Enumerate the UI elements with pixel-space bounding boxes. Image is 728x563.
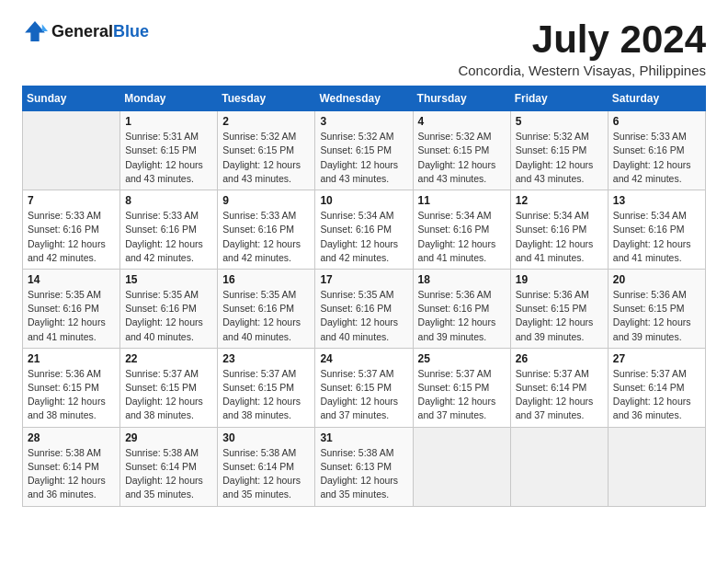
day-info: Sunrise: 5:33 AMSunset: 6:16 PMDaylight:…	[222, 209, 310, 265]
col-header-sunday: Sunday	[23, 86, 120, 111]
month-title: July 2024	[458, 18, 706, 61]
day-info: Sunrise: 5:34 AMSunset: 6:16 PMDaylight:…	[516, 209, 603, 265]
day-number: 2	[222, 115, 310, 128]
day-info: Sunrise: 5:35 AMSunset: 6:16 PMDaylight:…	[125, 288, 212, 344]
calendar-cell: 15Sunrise: 5:35 AMSunset: 6:16 PMDayligh…	[120, 269, 218, 348]
day-number: 20	[613, 273, 700, 286]
day-number: 15	[125, 273, 212, 286]
day-number: 5	[516, 115, 603, 128]
day-info: Sunrise: 5:38 AMSunset: 6:14 PMDaylight:…	[222, 446, 310, 502]
day-number: 12	[516, 194, 603, 207]
day-number: 13	[613, 194, 700, 207]
day-info: Sunrise: 5:36 AMSunset: 6:16 PMDaylight:…	[418, 288, 506, 344]
calendar-cell	[510, 427, 608, 506]
calendar-cell: 22Sunrise: 5:37 AMSunset: 6:15 PMDayligh…	[120, 348, 218, 427]
day-number: 17	[320, 273, 407, 286]
day-info: Sunrise: 5:38 AMSunset: 6:14 PMDaylight:…	[28, 446, 115, 502]
day-info: Sunrise: 5:35 AMSunset: 6:16 PMDaylight:…	[320, 288, 407, 344]
calendar-cell: 26Sunrise: 5:37 AMSunset: 6:14 PMDayligh…	[510, 348, 608, 427]
calendar-cell	[413, 427, 510, 506]
day-number: 25	[418, 352, 506, 365]
day-info: Sunrise: 5:36 AMSunset: 6:15 PMDaylight:…	[516, 288, 603, 344]
calendar-cell: 13Sunrise: 5:34 AMSunset: 6:16 PMDayligh…	[608, 190, 705, 270]
svg-marker-1	[42, 24, 48, 31]
col-header-monday: Monday	[120, 86, 218, 111]
day-number: 24	[320, 352, 407, 365]
day-number: 14	[28, 273, 115, 286]
calendar-cell: 28Sunrise: 5:38 AMSunset: 6:14 PMDayligh…	[23, 427, 120, 506]
day-info: Sunrise: 5:37 AMSunset: 6:15 PMDaylight:…	[418, 367, 506, 423]
logo-icon	[22, 18, 48, 44]
day-info: Sunrise: 5:32 AMSunset: 6:15 PMDaylight:…	[320, 130, 407, 186]
day-number: 26	[516, 352, 603, 365]
day-info: Sunrise: 5:32 AMSunset: 6:15 PMDaylight:…	[418, 130, 506, 186]
calendar-cell: 24Sunrise: 5:37 AMSunset: 6:15 PMDayligh…	[315, 348, 413, 427]
day-info: Sunrise: 5:37 AMSunset: 6:15 PMDaylight:…	[125, 367, 212, 423]
calendar-week-row: 7Sunrise: 5:33 AMSunset: 6:16 PMDaylight…	[23, 190, 706, 270]
calendar-cell: 1Sunrise: 5:31 AMSunset: 6:15 PMDaylight…	[120, 111, 218, 190]
day-number: 31	[320, 431, 407, 444]
day-info: Sunrise: 5:33 AMSunset: 6:16 PMDaylight:…	[613, 130, 700, 186]
day-info: Sunrise: 5:37 AMSunset: 6:14 PMDaylight:…	[516, 367, 603, 423]
calendar-cell: 27Sunrise: 5:37 AMSunset: 6:14 PMDayligh…	[608, 348, 705, 427]
day-info: Sunrise: 5:32 AMSunset: 6:15 PMDaylight:…	[222, 130, 310, 186]
day-info: Sunrise: 5:37 AMSunset: 6:15 PMDaylight:…	[320, 367, 407, 423]
day-info: Sunrise: 5:37 AMSunset: 6:14 PMDaylight:…	[613, 367, 700, 423]
calendar-cell: 4Sunrise: 5:32 AMSunset: 6:15 PMDaylight…	[413, 111, 510, 190]
calendar-cell: 17Sunrise: 5:35 AMSunset: 6:16 PMDayligh…	[315, 269, 413, 348]
calendar-cell: 18Sunrise: 5:36 AMSunset: 6:16 PMDayligh…	[413, 269, 510, 348]
day-number: 4	[418, 115, 506, 128]
day-info: Sunrise: 5:34 AMSunset: 6:16 PMDaylight:…	[418, 209, 506, 265]
calendar-week-row: 28Sunrise: 5:38 AMSunset: 6:14 PMDayligh…	[23, 427, 706, 506]
day-info: Sunrise: 5:36 AMSunset: 6:15 PMDaylight:…	[28, 367, 115, 423]
day-info: Sunrise: 5:33 AMSunset: 6:16 PMDaylight:…	[125, 209, 212, 265]
calendar-cell: 5Sunrise: 5:32 AMSunset: 6:15 PMDaylight…	[510, 111, 608, 190]
day-number: 11	[418, 194, 506, 207]
logo: GeneralBlue	[22, 18, 149, 44]
calendar-cell: 7Sunrise: 5:33 AMSunset: 6:16 PMDaylight…	[23, 190, 120, 270]
calendar-week-row: 21Sunrise: 5:36 AMSunset: 6:15 PMDayligh…	[23, 348, 706, 427]
calendar-cell: 10Sunrise: 5:34 AMSunset: 6:16 PMDayligh…	[315, 190, 413, 270]
day-info: Sunrise: 5:36 AMSunset: 6:15 PMDaylight:…	[613, 288, 700, 344]
calendar-cell: 20Sunrise: 5:36 AMSunset: 6:15 PMDayligh…	[608, 269, 705, 348]
day-number: 19	[516, 273, 603, 286]
day-info: Sunrise: 5:38 AMSunset: 6:14 PMDaylight:…	[125, 446, 212, 502]
day-number: 22	[125, 352, 212, 365]
calendar-cell: 30Sunrise: 5:38 AMSunset: 6:14 PMDayligh…	[218, 427, 315, 506]
day-info: Sunrise: 5:38 AMSunset: 6:13 PMDaylight:…	[320, 446, 407, 502]
calendar-cell: 23Sunrise: 5:37 AMSunset: 6:15 PMDayligh…	[218, 348, 315, 427]
logo-text-blue: Blue	[113, 22, 149, 40]
day-number: 1	[125, 115, 212, 128]
calendar-header-row: SundayMondayTuesdayWednesdayThursdayFrid…	[23, 86, 706, 111]
day-number: 10	[320, 194, 407, 207]
day-info: Sunrise: 5:31 AMSunset: 6:15 PMDaylight:…	[125, 130, 212, 186]
calendar-cell: 19Sunrise: 5:36 AMSunset: 6:15 PMDayligh…	[510, 269, 608, 348]
day-number: 8	[125, 194, 212, 207]
day-number: 28	[28, 431, 115, 444]
day-number: 16	[222, 273, 310, 286]
day-info: Sunrise: 5:34 AMSunset: 6:16 PMDaylight:…	[613, 209, 700, 265]
day-number: 30	[222, 431, 310, 444]
col-header-wednesday: Wednesday	[315, 86, 413, 111]
calendar-cell	[608, 427, 705, 506]
col-header-thursday: Thursday	[413, 86, 510, 111]
col-header-saturday: Saturday	[608, 86, 705, 111]
calendar-cell: 16Sunrise: 5:35 AMSunset: 6:16 PMDayligh…	[218, 269, 315, 348]
calendar-cell: 9Sunrise: 5:33 AMSunset: 6:16 PMDaylight…	[218, 190, 315, 270]
calendar-cell: 25Sunrise: 5:37 AMSunset: 6:15 PMDayligh…	[413, 348, 510, 427]
logo-text-general: General	[51, 22, 113, 40]
calendar-cell: 14Sunrise: 5:35 AMSunset: 6:16 PMDayligh…	[23, 269, 120, 348]
calendar-cell: 21Sunrise: 5:36 AMSunset: 6:15 PMDayligh…	[23, 348, 120, 427]
day-number: 21	[28, 352, 115, 365]
col-header-friday: Friday	[510, 86, 608, 111]
day-info: Sunrise: 5:37 AMSunset: 6:15 PMDaylight:…	[222, 367, 310, 423]
calendar-cell: 12Sunrise: 5:34 AMSunset: 6:16 PMDayligh…	[510, 190, 608, 270]
day-info: Sunrise: 5:35 AMSunset: 6:16 PMDaylight:…	[222, 288, 310, 344]
calendar-cell: 6Sunrise: 5:33 AMSunset: 6:16 PMDaylight…	[608, 111, 705, 190]
location-title: Concordia, Western Visayas, Philippines	[458, 63, 706, 78]
day-number: 6	[613, 115, 700, 128]
day-info: Sunrise: 5:34 AMSunset: 6:16 PMDaylight:…	[320, 209, 407, 265]
day-number: 29	[125, 431, 212, 444]
page-header: GeneralBlue July 2024 Concordia, Western…	[22, 18, 706, 78]
calendar-cell: 8Sunrise: 5:33 AMSunset: 6:16 PMDaylight…	[120, 190, 218, 270]
